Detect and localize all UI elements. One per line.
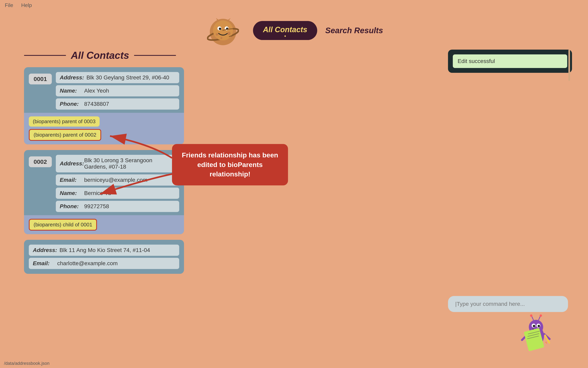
contacts-area: 0001 Address: Blk 30 Geylang Street 29, …	[24, 67, 184, 279]
svg-line-19	[538, 316, 540, 320]
relationship-tag-0001-0: (bioparents) parent of 0003	[29, 116, 100, 127]
tab-container: All Contacts Search Results	[253, 21, 383, 40]
email-value-0003: charlotte@example.com	[57, 260, 118, 267]
name-label-0001: Name:	[60, 88, 82, 94]
contact-fields-0003: Address: Blk 11 Ang Mo Kio Street 74, #1…	[29, 245, 179, 269]
phone-value-0001: 87438807	[84, 101, 109, 107]
contact-fields-0002: Address: Blk 30 Lorong 3 Serangoon Garde…	[56, 155, 179, 212]
svg-line-17	[532, 316, 533, 320]
address-label-0001: Address:	[60, 74, 84, 81]
mascot-bottom-icon	[516, 312, 556, 352]
name-label-0002: Name:	[60, 190, 82, 196]
right-panel: Edit successful	[448, 50, 572, 81]
section-title-container: All Contacts	[24, 50, 176, 61]
email-value-0002: berniceyu@example.com	[84, 177, 147, 183]
relationship-tag-0001-1: (bioparents) parent of 0002	[29, 129, 101, 141]
app-logo	[205, 12, 241, 48]
title-line-left	[24, 55, 66, 56]
svg-point-20	[540, 314, 542, 317]
address-field-0001: Address: Blk 30 Geylang Street 29, #06-4…	[56, 72, 179, 83]
command-input[interactable]	[448, 296, 568, 312]
section-title: All Contacts	[71, 50, 129, 61]
notification-box: Edit successful	[448, 50, 572, 73]
address-value-0003: Blk 11 Ang Mo Kio Street 74, #11-04	[59, 247, 150, 253]
address-label-0003: Address:	[33, 247, 57, 253]
email-field-0003: Email: charlotte@example.com	[29, 258, 179, 269]
contact-id-row-0001: 0001 Address: Blk 30 Geylang Street 29, …	[29, 72, 179, 110]
address-value-0002: Blk 30 Lorong 3 Serangoon Gardens, #07-1…	[84, 157, 175, 170]
address-field-0003: Address: Blk 11 Ang Mo Kio Street 74, #1…	[29, 245, 179, 256]
address-value-0001: Blk 30 Geylang Street 29, #06-40	[86, 74, 169, 81]
name-field-0001: Name: Alex Yeoh	[56, 85, 179, 96]
contact-card-0001: 0001 Address: Blk 30 Geylang Street 29, …	[24, 67, 184, 144]
tab-all-contacts[interactable]: All Contacts	[253, 21, 317, 40]
relationship-tag-0002-0: (bioparents) child of 0001	[29, 219, 97, 230]
annotation-bubble: Friends relationship has been edited to …	[172, 144, 288, 185]
email-label-0003: Email:	[33, 260, 55, 267]
phone-field-0001: Phone: 87438807	[56, 98, 179, 110]
address-field-0002: Address: Blk 30 Lorong 3 Serangoon Garde…	[56, 155, 179, 172]
phone-label-0002: Phone:	[60, 203, 82, 210]
notification-message: Edit successful	[453, 55, 567, 68]
title-line-right	[134, 55, 176, 56]
email-label-0002: Email:	[60, 177, 82, 183]
contact-id-0002: 0002	[29, 156, 52, 167]
svg-point-7	[216, 33, 218, 36]
relationships-0001: (bioparents) parent of 0003 (bioparents)…	[24, 113, 184, 144]
name-field-0002: Name: Bernice Yu	[56, 188, 179, 199]
contact-fields-0001: Address: Blk 30 Geylang Street 29, #06-4…	[56, 72, 179, 110]
phone-label-0001: Phone:	[60, 101, 82, 107]
svg-point-18	[530, 314, 533, 317]
contact-id-0001: 0001	[29, 74, 52, 84]
svg-point-8	[227, 32, 230, 35]
contact-id-row-0003: Address: Blk 11 Ang Mo Kio Street 74, #1…	[29, 245, 179, 269]
phone-field-0002: Phone: 99272758	[56, 201, 179, 212]
header: All Contacts Search Results	[0, 10, 588, 50]
contact-card-0003: Address: Blk 11 Ang Mo Kio Street 74, #1…	[24, 240, 184, 274]
phone-value-0002: 99272758	[84, 203, 109, 210]
menu-bar: File Help	[0, 0, 588, 10]
writing-mascot-icon	[516, 312, 556, 352]
svg-point-5	[219, 28, 221, 30]
menu-file[interactable]: File	[5, 2, 13, 9]
scroll-track[interactable]	[568, 50, 570, 81]
menu-help[interactable]: Help	[21, 2, 32, 9]
svg-point-9	[220, 37, 222, 39]
contact-id-row-0002: 0002 Address: Blk 30 Lorong 3 Serangoon …	[29, 155, 179, 212]
svg-point-16	[538, 325, 540, 327]
relationships-0002: (bioparents) child of 0001	[24, 215, 184, 234]
email-field-0002: Email: berniceyu@example.com	[56, 175, 179, 186]
logo-planet-icon	[207, 14, 239, 46]
address-label-0002: Address:	[60, 160, 82, 167]
command-input-container	[448, 296, 568, 312]
annotation-text: Friends relationship has been edited to …	[182, 151, 278, 178]
name-value-0002: Bernice Yu	[84, 190, 111, 196]
name-value-0001: Alex Yeoh	[84, 88, 109, 94]
tab-search-results[interactable]: Search Results	[325, 26, 383, 35]
svg-point-15	[533, 325, 535, 327]
contact-card-0002: 0002 Address: Blk 30 Lorong 3 Serangoon …	[24, 150, 184, 234]
svg-marker-28	[545, 341, 548, 345]
footer-path: /data/addressbook.json	[4, 361, 50, 366]
